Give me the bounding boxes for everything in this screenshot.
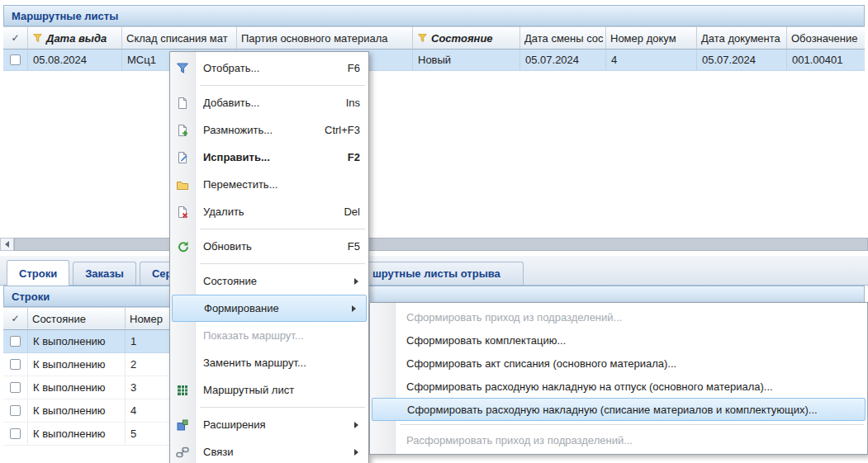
cell-state: Новый: [413, 50, 520, 71]
lines-select-all-header[interactable]: ✓: [3, 307, 28, 330]
submenu-arrow-icon: [352, 305, 359, 312]
delete-page-icon: [176, 206, 189, 219]
menu-item-route-sheet[interactable]: Маршрутный лист: [170, 376, 368, 404]
menu-item-move[interactable]: Переместить...: [170, 171, 368, 198]
row-checkbox[interactable]: [10, 428, 21, 439]
cell-line-state: К выполнению: [28, 353, 126, 376]
cell-doc-date: 05.07.2024: [697, 50, 787, 71]
cell-line-state: К выполнению: [28, 423, 126, 446]
select-all-column-header[interactable]: ✓: [3, 26, 28, 50]
row-checkbox[interactable]: [10, 405, 21, 416]
edit-page-icon: [176, 151, 189, 164]
cell-line-number: 1: [126, 330, 173, 353]
bottom-tabbar: Строки Заказы Сер шрутные листы отрыва: [0, 256, 868, 286]
menu-item-state[interactable]: Состояние: [170, 267, 368, 295]
route-sheets-title: Маршрутные листы: [12, 10, 118, 22]
plugin-icon: [176, 418, 189, 432]
column-header-doc-date[interactable]: Дата документа: [697, 26, 787, 50]
submenu-item-prihod-podrazdeleniy: Сформировать приход из подразделений...: [370, 305, 867, 328]
column-header-designation[interactable]: Обозначение: [787, 26, 865, 50]
submenu-item-rasformirovat-prihod: Расформировать приход из подразделений..…: [370, 428, 867, 451]
line-row-3[interactable]: К выполнению 3: [3, 376, 173, 399]
menu-item-formirovanie[interactable]: Формирование: [172, 295, 367, 322]
menu-item-replace-route[interactable]: Заменить маршрут...: [170, 349, 368, 376]
menu-separator: [200, 407, 365, 408]
menu-item-add[interactable]: Добавить... Ins: [170, 89, 368, 116]
tab-zakazy[interactable]: Заказы: [73, 262, 136, 285]
formirovanie-submenu: Сформировать приход из подразделений... …: [369, 302, 868, 455]
column-header-issue-date[interactable]: Дата выда: [28, 26, 122, 50]
cell-line-number: 5: [126, 423, 173, 446]
line-row-2[interactable]: К выполнению 2: [3, 353, 173, 376]
submenu-item-komplektaciya[interactable]: Сформировать комплектацию...: [370, 328, 867, 352]
menu-separator: [200, 229, 365, 229]
menu-separator: [400, 424, 864, 425]
add-page-icon: [176, 97, 189, 110]
row-checkbox[interactable]: [10, 382, 21, 393]
menu-item-links[interactable]: Связи: [170, 438, 368, 463]
submenu-item-rashodnaya-otpusk[interactable]: Сформировать расходную накладную на отпу…: [370, 375, 867, 398]
row-checkbox[interactable]: [10, 336, 21, 347]
cell-doc-number: 4: [606, 50, 697, 71]
submenu-arrow-icon: [354, 422, 362, 428]
column-header-doc-number[interactable]: Номер докум: [606, 26, 697, 50]
route-sheets-grid-header: ✓ Дата выда Склад списания мат Партия ос…: [3, 26, 865, 50]
row-checkbox-cell[interactable]: [3, 423, 28, 446]
row-checkbox[interactable]: [10, 359, 21, 370]
row-checkbox-cell[interactable]: [3, 50, 28, 71]
menu-item-duplicate[interactable]: Размножить... Ctrl+F3: [170, 116, 368, 144]
column-header-warehouse[interactable]: Склад списания мат: [122, 26, 237, 50]
column-header-line-state[interactable]: Состояние: [28, 307, 126, 330]
filter-icon: [176, 62, 189, 75]
scrollbar-thumb[interactable]: [14, 238, 868, 251]
scroll-left-button[interactable]: [0, 238, 14, 251]
cell-issue-date: 05.08.2024: [28, 50, 122, 71]
route-sheet-row[interactable]: 05.08.2024 МСц1 Новый 05.07.2024 4 05.07…: [3, 50, 865, 71]
spreadsheet-icon: [176, 384, 189, 397]
cell-state-change-date: 05.07.2024: [520, 50, 606, 71]
filter-icon: [417, 33, 428, 44]
context-menu: Отобрать... F6 Добавить... Ins Размножит…: [169, 51, 369, 463]
app-window: Маршрутные листы ✓ Дата выда Склад списа…: [0, 0, 868, 463]
cell-line-state: К выполнению: [28, 399, 126, 423]
column-header-state[interactable]: Состояние: [413, 26, 520, 50]
menu-item-delete[interactable]: Удалить Del: [170, 198, 368, 225]
cell-line-number: 2: [126, 353, 173, 376]
column-header-state-change-date[interactable]: Дата смены сос: [520, 26, 606, 50]
route-sheets-panel-header: Маршрутные листы: [3, 5, 865, 26]
scroll-left-arrow-icon: [2, 241, 9, 248]
menu-item-extensions[interactable]: Расширения: [170, 411, 368, 438]
menu-item-edit[interactable]: Исправить... F2: [170, 144, 368, 171]
submenu-arrow-icon: [354, 449, 362, 456]
column-header-line-number[interactable]: Номер: [126, 307, 173, 330]
refresh-icon: [176, 240, 189, 253]
cell-line-number: 4: [126, 399, 173, 423]
row-checkbox-cell[interactable]: [3, 330, 28, 353]
row-checkbox-cell[interactable]: [3, 376, 28, 399]
submenu-item-rashodnaya-spisanie[interactable]: Сформировать расходную накладную (списан…: [372, 398, 866, 421]
link-icon: [176, 446, 189, 459]
horizontal-scrollbar[interactable]: [0, 238, 868, 251]
menu-separator: [200, 85, 365, 86]
menu-item-refresh[interactable]: Обновить F5: [170, 233, 368, 260]
row-checkbox[interactable]: [10, 54, 21, 65]
lines-panel-title: Строки: [12, 291, 50, 303]
line-row-1[interactable]: К выполнению 1: [3, 330, 173, 353]
copy-page-icon: [176, 124, 189, 137]
move-folder-icon: [176, 178, 189, 191]
cell-line-number: 3: [126, 376, 173, 399]
cell-designation: 001.00401: [787, 50, 865, 71]
submenu-item-akt-spisaniya[interactable]: Сформировать акт списания (основного мат…: [370, 352, 867, 375]
submenu-arrow-icon: [354, 278, 362, 285]
cell-line-state: К выполнению: [28, 376, 126, 399]
menu-item-filter[interactable]: Отобрать... F6: [170, 54, 368, 82]
menu-item-show-route: Показать маршрут...: [170, 322, 368, 349]
column-header-material-batch[interactable]: Партия основного материала: [237, 26, 413, 50]
line-row-4[interactable]: К выполнению 4: [3, 399, 173, 423]
filter-icon: [32, 33, 43, 44]
line-row-5[interactable]: К выполнению 5: [3, 423, 173, 446]
row-checkbox-cell[interactable]: [3, 353, 28, 376]
tab-stroki[interactable]: Строки: [7, 260, 69, 286]
row-checkbox-cell[interactable]: [3, 399, 28, 423]
tab-route-sheets-otryva[interactable]: шрутные листы отрыва: [360, 262, 524, 285]
